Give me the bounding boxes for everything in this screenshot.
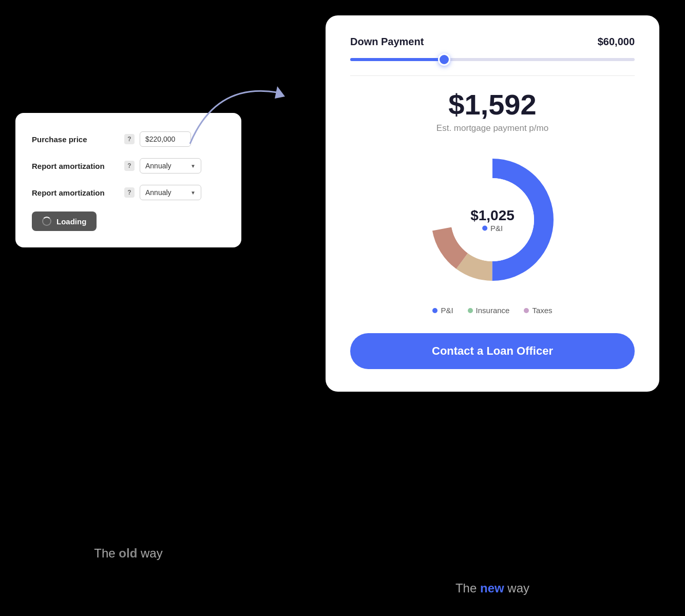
arrow-icon [175, 51, 308, 154]
legend-label-taxes: Taxes [532, 306, 552, 315]
legend-item-pai: P&I [432, 306, 453, 315]
svg-marker-0 [275, 86, 285, 99]
donut-center-dot [482, 225, 487, 230]
contact-loan-officer-button[interactable]: Contact a Loan Officer [350, 333, 635, 369]
legend-dot-pai [432, 308, 437, 313]
old-way-label: The old way [15, 546, 241, 561]
chart-legend: P&I Insurance Taxes [350, 306, 635, 315]
report-amort-select-2[interactable]: Annualy ▼ [140, 185, 201, 200]
slider-fill [350, 58, 444, 61]
loading-spinner-icon [42, 217, 51, 226]
new-way-label: The new way [326, 581, 659, 595]
donut-center: $1,025 P&I [470, 207, 515, 233]
monthly-label: Est. mortgage payment p/mo [350, 123, 635, 133]
chevron-down-icon-2: ▼ [191, 190, 196, 196]
report-amort-select-1[interactable]: Annualy ▼ [140, 158, 201, 174]
slider-thumb[interactable] [438, 53, 450, 66]
new-way-card: Down Payment $60,000 $1,592 Est. mortgag… [326, 15, 659, 392]
legend-label-insurance: Insurance [476, 306, 510, 315]
monthly-payment-section: $1,592 [350, 90, 635, 119]
donut-chart-container: $1,025 P&I [350, 148, 635, 292]
report-amort-question-1[interactable]: ? [124, 161, 135, 171]
legend-dot-taxes [524, 308, 529, 313]
donut-center-amount: $1,025 [470, 207, 515, 224]
report-amort-label-2: Report amortization [32, 188, 119, 197]
legend-label-pai: P&I [441, 306, 453, 315]
new-way-bold: new [480, 581, 504, 595]
legend-item-insurance: Insurance [468, 306, 510, 315]
slider-track[interactable] [350, 58, 635, 61]
chevron-down-icon: ▼ [191, 163, 196, 169]
report-amort-question-2[interactable]: ? [124, 187, 135, 198]
loading-button[interactable]: Loading [32, 211, 97, 231]
report-amort-label-1: Report amortization [32, 162, 119, 170]
purchase-price-label: Purchase price [32, 135, 119, 144]
loading-text: Loading [56, 217, 86, 226]
donut-center-label: P&I [470, 224, 515, 233]
report-amort-row-1: Report amortization ? Annualy ▼ [32, 158, 225, 174]
monthly-amount: $1,592 [350, 90, 635, 119]
down-payment-title: Down Payment [350, 36, 424, 48]
down-payment-row: Down Payment $60,000 [350, 36, 635, 48]
report-amort-row-2: Report amortization ? Annualy ▼ [32, 185, 225, 200]
down-payment-value: $60,000 [598, 36, 635, 48]
purchase-price-question[interactable]: ? [124, 134, 135, 144]
scene: Purchase price ? $220,000 Report amortiz… [0, 0, 685, 616]
legend-dot-insurance [468, 308, 473, 313]
down-payment-slider-container [350, 58, 635, 76]
legend-item-taxes: Taxes [524, 306, 552, 315]
